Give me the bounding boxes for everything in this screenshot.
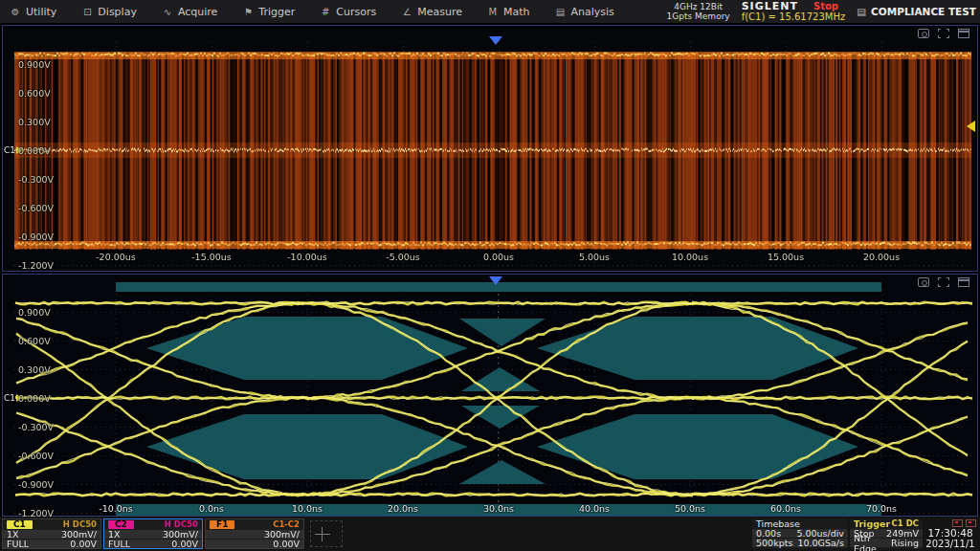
trigger-level-marker[interactable] [967,121,975,132]
trigger-box[interactable]: TriggerC1 DC Stop249mV Nth EdgeRising [850,518,923,549]
oscilloscope-screen: ⚙Utility⊡Display∿Acquire⚑Trigger#Cursors… [0,0,980,551]
channel-marker-label: C1 [4,145,15,155]
c2-coupling: H DC50 [165,519,198,529]
trigger-slope: Rising [891,538,919,548]
compliance-mode[interactable]: ▤ COMPLIANCE TEST [857,6,976,17]
fullscreen-icon[interactable] [938,29,949,38]
flag-icon: ⚑ [242,7,254,17]
f1-badge: F1 [210,520,234,529]
menu-item-label: Acquire [178,6,217,18]
channel-arrow-icon [16,394,22,402]
channel-box-c1[interactable]: C1 H DC50 1X300mV/ FULL0.00V [2,518,101,549]
menu-item-math[interactable]: MMath [487,6,530,18]
add-trace-button[interactable] [310,520,343,547]
brand-block: SIGLENT Stop f(C1) = 15.61723MHz [742,1,846,22]
acquire-icon: ∿ [162,7,173,17]
channel-offset-marker[interactable]: C1 [4,145,22,155]
gear-icon: ⚙ [10,7,21,17]
menu-item-label: Analysis [570,6,613,18]
menu-item-acquire[interactable]: ∿Acquire [162,6,217,18]
channel-arrow-icon [16,146,22,154]
channel-offset-marker[interactable]: C1 [4,393,22,403]
menu-item-label: Measure [417,6,462,18]
trigger-position-marker[interactable] [489,276,502,285]
channel-box-f1[interactable]: F1 C1-C2 300mV/ 0.00V [205,518,304,549]
menu-item-label: Cursors [336,6,376,18]
c2-offset: 0.00V [171,539,198,549]
c1-coupling: H DC50 [63,519,97,529]
hardware-info: 4GHz 12Bit 1Gpts Memory [667,2,730,21]
trigger-type: Nth Edge [854,533,891,551]
c1-badge: C1 [7,520,33,529]
menu-item-utility[interactable]: ⚙Utility [10,6,56,18]
menu-item-label: Display [98,6,137,18]
header-right: 4GHz 12Bit 1Gpts Memory SIGLENT Stop f(C… [667,0,976,23]
panel-corner-icons [918,29,969,38]
status-bar: C1 H DC50 1X300mV/ FULL0.00V C2 H DC50 1… [0,517,980,551]
trigger-source: C1 DC [892,518,919,528]
measure-icon: ∠ [401,7,412,17]
menu-item-measure[interactable]: ∠Measure [401,6,462,18]
clock-time: 17:30:48 [923,527,978,539]
menu-items: ⚙Utility⊡Display∿Acquire⚑Trigger#Cursors… [0,6,614,18]
timebase-box[interactable]: Timebase 0.00s5.00us/div 500kpts10.0GSa/… [752,518,848,549]
menu-item-label: Trigger [258,6,295,18]
math-icon: M [487,7,499,17]
menu-bar: ⚙Utility⊡Display∿Acquire⚑Trigger#Cursors… [0,0,980,24]
frequency-counter: f(C1) = 15.61723MHz [742,11,846,22]
window-icon[interactable] [958,277,969,287]
waveform-panel-top[interactable]: C1 0.900V0.600V0.300V0.000V-0.300V-0.600… [2,25,978,272]
compliance-mode-label: COMPLIANCE TEST [871,6,976,17]
memory-label: 1Gpts Memory [667,11,730,21]
eye-diagram-canvas[interactable] [3,275,977,516]
clock-date: 2023/11/1 [923,539,978,549]
timebase-title: Timebase [756,518,800,529]
menu-item-label: Math [503,6,530,18]
c1-offset: 0.00V [70,539,97,549]
bandwidth-label: 4GHz 12Bit [667,2,730,11]
f1-source: C1-C2 [273,519,300,529]
trigger-title: Trigger [854,518,890,529]
usb-status-icon [966,519,976,527]
acquisition-status[interactable]: Stop [813,1,838,11]
panel-corner-icons [918,277,969,287]
timebase-points: 500kpts [756,538,792,548]
channel-box-c2[interactable]: C2 H DC50 1X300mV/ FULL0.00V [103,518,203,549]
window-icon[interactable] [958,29,969,38]
camera-icon[interactable] [918,277,929,287]
menu-item-analysis[interactable]: ▤Analysis [554,6,613,18]
eye-diagram-panel[interactable]: C1 0.900V0.600V0.300V0.000V-0.300V-0.600… [2,274,978,517]
c1-bandwidth: FULL [7,539,29,549]
cursors-icon: # [320,7,331,17]
menu-item-label: Utility [26,6,56,18]
trigger-position-marker[interactable] [489,36,502,45]
menu-item-trigger[interactable]: ⚑Trigger [242,6,295,18]
grid-icon: ▤ [857,6,866,17]
timebase-rate: 10.0GSa/s [797,538,844,548]
fullscreen-icon[interactable] [938,277,949,287]
brand-logo: SIGLENT [742,1,798,11]
display-icon: ⊡ [81,7,93,17]
c2-badge: C2 [108,520,134,529]
channel-marker-label: C1 [4,393,15,403]
lan-status-icon [952,519,963,527]
c2-bandwidth: FULL [108,539,130,549]
f1-offset: 0.00V [273,539,300,549]
menu-item-cursors[interactable]: #Cursors [320,6,376,18]
menu-item-display[interactable]: ⊡Display [81,6,137,18]
clock-block[interactable]: 17:30:48 2023/11/1 [923,518,978,549]
top-waveform-canvas[interactable] [3,26,977,271]
analysis-icon: ▤ [554,7,566,17]
camera-icon[interactable] [918,29,929,38]
